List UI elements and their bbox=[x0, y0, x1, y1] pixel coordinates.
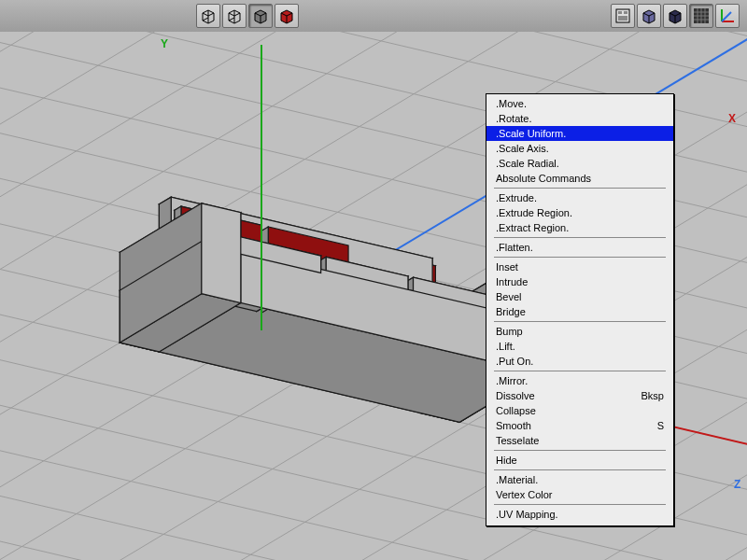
menu-item[interactable]: .Extract Region. bbox=[486, 220, 673, 235]
menu-item[interactable]: .Mirror. bbox=[486, 373, 673, 388]
menu-item[interactable]: .Rotate. bbox=[486, 111, 673, 126]
menu-item-label: .Rotate. bbox=[496, 112, 532, 125]
mode-shaded-wire-icon[interactable] bbox=[222, 4, 247, 28]
panel-settings-icon[interactable] bbox=[611, 4, 635, 28]
menu-item[interactable]: Vertex Color bbox=[486, 487, 673, 502]
menu-item[interactable]: .Extrude. bbox=[486, 190, 673, 205]
menu-item-label: .Flatten. bbox=[496, 241, 533, 254]
menu-separator bbox=[494, 257, 666, 258]
menu-item[interactable]: SmoothS bbox=[486, 418, 673, 433]
svg-rect-21 bbox=[618, 11, 622, 14]
menu-item[interactable]: Bridge bbox=[486, 304, 673, 319]
menu-item-label: .UV Mapping. bbox=[496, 508, 558, 521]
view-options-group bbox=[611, 4, 747, 28]
svg-rect-22 bbox=[624, 11, 627, 14]
menu-item[interactable]: .Move. bbox=[486, 96, 673, 111]
menu-item-label: Hide bbox=[496, 454, 517, 467]
menu-item[interactable]: Intrude bbox=[486, 274, 673, 289]
grid-icon[interactable] bbox=[689, 4, 713, 28]
menu-item-label: Vertex Color bbox=[496, 488, 553, 501]
svg-line-2 bbox=[208, 13, 214, 16]
menu-item-label: Collapse bbox=[496, 404, 536, 417]
menu-item[interactable]: .Scale Radial. bbox=[486, 156, 673, 171]
mode-shaded-red-icon[interactable] bbox=[275, 4, 299, 28]
mode-shaded-gray-icon[interactable] bbox=[248, 4, 273, 28]
svg-rect-23 bbox=[618, 16, 627, 21]
svg-line-35 bbox=[722, 12, 731, 21]
menu-item[interactable]: DissolveBksp bbox=[486, 388, 673, 403]
menu-item[interactable]: .Scale Uniform. bbox=[486, 126, 673, 141]
menu-separator bbox=[494, 450, 666, 451]
svg-line-8 bbox=[234, 13, 240, 16]
y-axis-label: Y bbox=[161, 37, 168, 50]
menu-item[interactable]: .Put On. bbox=[486, 354, 673, 369]
menu-item-label: .Scale Radial. bbox=[496, 157, 559, 170]
menu-item-label: Tesselate bbox=[496, 434, 539, 447]
menu-separator bbox=[494, 371, 666, 371]
menu-item-label: Intrude bbox=[496, 275, 528, 288]
svg-line-4 bbox=[203, 18, 208, 21]
menu-item-label: Bevel bbox=[496, 290, 522, 303]
menu-item-label: .Extrude Region. bbox=[496, 206, 572, 219]
axis-icon[interactable] bbox=[715, 4, 740, 28]
menu-item-label: Smooth bbox=[496, 419, 531, 432]
x-axis-label: X bbox=[728, 112, 736, 125]
toolbar bbox=[0, 0, 747, 33]
menu-item[interactable]: Collapse bbox=[486, 403, 673, 418]
menu-item-label: Dissolve bbox=[496, 389, 535, 402]
menu-item-label: .Extract Region. bbox=[496, 221, 569, 234]
menu-item[interactable]: .Extrude Region. bbox=[486, 205, 673, 220]
dark-cube-icon[interactable] bbox=[663, 4, 687, 28]
menu-separator bbox=[494, 237, 666, 238]
svg-line-7 bbox=[229, 13, 234, 16]
menu-item-shortcut: S bbox=[657, 419, 664, 432]
menu-item-label: Bump bbox=[496, 325, 523, 338]
menu-item-label: .Scale Axis. bbox=[496, 142, 549, 155]
menu-item[interactable]: Inset bbox=[486, 259, 673, 274]
menu-item[interactable]: .Scale Axis. bbox=[486, 141, 673, 156]
menu-item-label: .Scale Uniform. bbox=[496, 127, 566, 140]
menu-item-label: .Lift. bbox=[496, 340, 515, 353]
light-cube-icon[interactable] bbox=[637, 4, 661, 28]
menu-item-label: Inset bbox=[496, 260, 518, 273]
menu-item[interactable]: .UV Mapping. bbox=[486, 507, 673, 522]
menu-item[interactable]: .Flatten. bbox=[486, 240, 673, 255]
menu-separator bbox=[494, 321, 666, 322]
menu-item[interactable]: Tesselate bbox=[486, 433, 673, 448]
menu-item-label: Bridge bbox=[496, 305, 526, 318]
z-axis-label: Z bbox=[734, 478, 740, 491]
menu-item-label: .Put On. bbox=[496, 355, 533, 368]
menu-item-label: Absolute Commands bbox=[496, 172, 591, 185]
svg-line-10 bbox=[229, 18, 234, 21]
menu-separator bbox=[494, 504, 666, 505]
menu-item[interactable]: Bump bbox=[486, 324, 673, 339]
menu-item[interactable]: Bevel bbox=[486, 289, 673, 304]
menu-item-shortcut: Bksp bbox=[641, 389, 664, 402]
shading-mode-group bbox=[192, 4, 303, 28]
menu-separator bbox=[494, 469, 666, 470]
menu-item-label: .Mirror. bbox=[496, 374, 528, 387]
menu-item[interactable]: .Lift. bbox=[486, 339, 673, 354]
menu-item-label: .Move. bbox=[496, 97, 527, 110]
menu-item[interactable]: Hide bbox=[486, 453, 673, 468]
menu-item-label: .Extrude. bbox=[496, 191, 537, 204]
svg-line-1 bbox=[203, 13, 208, 16]
menu-item-label: .Material. bbox=[496, 473, 538, 486]
menu-item[interactable]: Absolute Commands bbox=[486, 171, 673, 186]
mode-wire-cube-icon[interactable] bbox=[196, 4, 220, 28]
context-menu[interactable]: .Move..Rotate..Scale Uniform..Scale Axis… bbox=[486, 93, 674, 526]
menu-item[interactable]: .Material. bbox=[486, 472, 673, 487]
menu-separator bbox=[494, 188, 666, 189]
